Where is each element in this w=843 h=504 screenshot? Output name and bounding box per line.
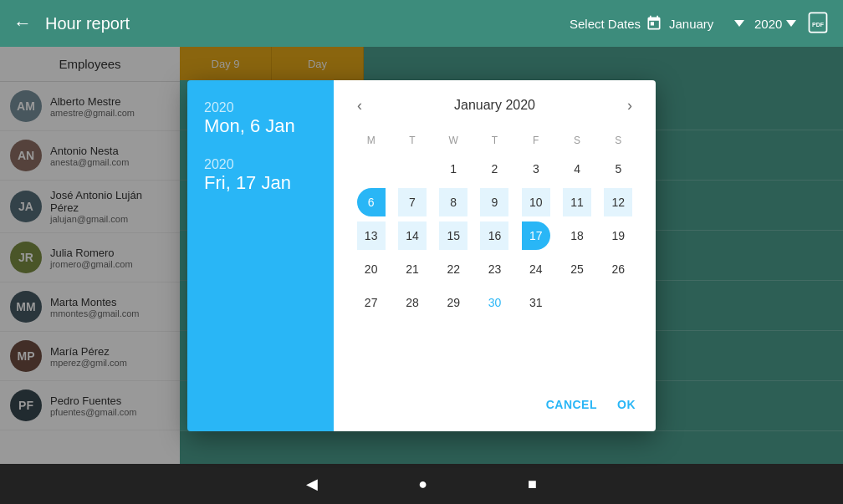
- calendar-day[interactable]: 11: [563, 188, 591, 216]
- android-nav-bar: ◀ ● ■: [0, 464, 843, 504]
- calendar-day[interactable]: 30: [480, 288, 508, 317]
- calendar-day[interactable]: 14: [398, 221, 427, 250]
- year-select[interactable]: 201920202021: [754, 17, 800, 31]
- calendar-day: [357, 155, 386, 183]
- calendar-day[interactable]: 10: [522, 188, 550, 216]
- calendar-day[interactable]: 28: [398, 288, 427, 317]
- cancel-button[interactable]: CANCEL: [543, 391, 600, 418]
- calendar-day[interactable]: 21: [398, 255, 427, 283]
- calendar-day[interactable]: 23: [480, 255, 508, 283]
- calendar-day[interactable]: 16: [480, 221, 508, 250]
- calendar-grid: MTWTFSS123456789101112131415161718192021…: [350, 131, 639, 317]
- calendar-day[interactable]: 31: [522, 288, 550, 317]
- calendar-day[interactable]: 18: [563, 221, 591, 250]
- calendar-header: ‹ January 2020 ›: [350, 94, 639, 118]
- calendar-day[interactable]: 22: [439, 255, 467, 283]
- calendar-day: [604, 288, 632, 317]
- calendar-day-header: S: [556, 131, 597, 150]
- calendar-day: [563, 288, 591, 317]
- pdf-icon: PDF: [806, 11, 830, 34]
- top-bar-controls: Select Dates JanuaryFebruaryMarch AprilM…: [570, 11, 830, 37]
- calendar-title: January 2020: [454, 98, 535, 113]
- calendar-day[interactable]: 26: [604, 255, 632, 283]
- calendar-day[interactable]: 7: [398, 188, 427, 216]
- datepicker-right-panel: ‹ January 2020 › MTWTFSS1234567891011121…: [334, 80, 656, 431]
- calendar-day[interactable]: 19: [604, 221, 632, 250]
- ok-button[interactable]: OK: [614, 391, 639, 418]
- main-content: Employees AM Alberto Mestre amestre@gmai…: [0, 47, 843, 464]
- calendar-day[interactable]: 24: [522, 255, 550, 283]
- calendar-day[interactable]: 5: [604, 155, 632, 183]
- calendar-day-header: T: [391, 131, 432, 150]
- calendar-day[interactable]: 2: [480, 155, 508, 183]
- calendar-day[interactable]: 13: [357, 221, 386, 250]
- top-bar: ← Hour report Select Dates JanuaryFebrua…: [0, 0, 843, 47]
- calendar-day[interactable]: 9: [480, 188, 508, 216]
- calendar-day[interactable]: 17: [522, 221, 550, 250]
- calendar-day[interactable]: 6: [357, 188, 386, 216]
- calendar-day-header: W: [433, 131, 474, 150]
- calendar-day-header: T: [474, 131, 515, 150]
- calendar-next-button[interactable]: ›: [621, 94, 639, 118]
- calendar-day[interactable]: 20: [357, 255, 386, 283]
- calendar-day[interactable]: 15: [439, 221, 467, 250]
- calendar-day: [398, 155, 427, 183]
- calendar-icon: [646, 15, 662, 32]
- dp-start-date: Mon, 6 Jan: [204, 115, 317, 137]
- nav-recent-icon[interactable]: ■: [528, 476, 537, 493]
- month-select[interactable]: JanuaryFebruaryMarch AprilMayJune JulyAu…: [669, 17, 748, 31]
- dp-end-year: 2020: [204, 157, 317, 172]
- dp-end-date: Fri, 17 Jan: [204, 172, 317, 194]
- calendar-day[interactable]: 29: [439, 288, 467, 317]
- calendar-day[interactable]: 3: [522, 155, 550, 183]
- page-title: Hour report: [45, 14, 556, 33]
- calendar-day-header: M: [350, 131, 391, 150]
- overlay: 2020 Mon, 6 Jan 2020 Fri, 17 Jan ‹ Janua…: [0, 47, 843, 464]
- calendar-day[interactable]: 27: [357, 288, 386, 317]
- datepicker-dialog: 2020 Mon, 6 Jan 2020 Fri, 17 Jan ‹ Janua…: [187, 80, 656, 431]
- calendar-day[interactable]: 12: [604, 188, 632, 216]
- svg-text:PDF: PDF: [812, 21, 825, 27]
- nav-home-icon[interactable]: ●: [418, 476, 427, 493]
- calendar-day-header: S: [598, 131, 639, 150]
- calendar-day-header: F: [515, 131, 556, 150]
- nav-back-icon[interactable]: ◀: [306, 475, 318, 493]
- back-button[interactable]: ←: [13, 13, 32, 34]
- pdf-button[interactable]: PDF: [806, 11, 830, 37]
- datepicker-left-panel: 2020 Mon, 6 Jan 2020 Fri, 17 Jan: [187, 80, 334, 431]
- dp-start-year: 2020: [204, 100, 317, 115]
- calendar-prev-button[interactable]: ‹: [350, 94, 369, 118]
- dialog-actions: CANCEL OK: [350, 384, 639, 418]
- calendar-day[interactable]: 25: [563, 255, 591, 283]
- calendar-day[interactable]: 8: [439, 188, 467, 216]
- select-dates-button[interactable]: Select Dates: [570, 15, 662, 32]
- calendar-day[interactable]: 4: [563, 155, 591, 183]
- calendar-day[interactable]: 1: [439, 155, 467, 183]
